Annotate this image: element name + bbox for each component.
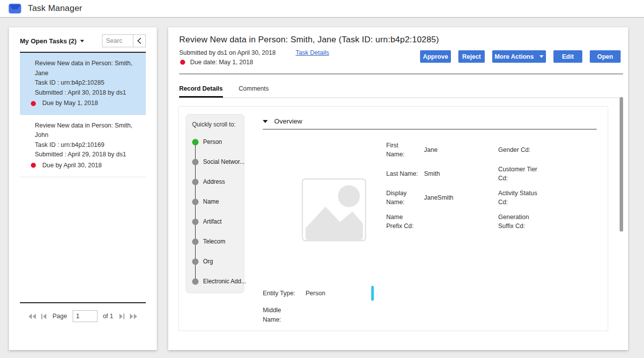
- page-number-input[interactable]: [73, 310, 98, 322]
- quick-scroll-label: Address: [203, 178, 225, 185]
- field-label: First Name:: [386, 141, 418, 159]
- page-label: Page: [52, 313, 67, 320]
- task-title: Review New data in Person: Smith, John: [35, 121, 141, 140]
- detail-tabs: Record Details Comments: [179, 85, 269, 98]
- section-dot-icon: [192, 278, 199, 285]
- task-id: Task ID : urn:b4p2:10285: [35, 78, 141, 88]
- field-label: Last Name:: [386, 169, 418, 178]
- search-input[interactable]: [102, 34, 133, 47]
- quick-scroll-label: Artifact: [203, 218, 221, 225]
- page-total-label: of 1: [103, 313, 113, 320]
- triangle-down-icon: [263, 120, 268, 123]
- task-submitted: Submitted : April 30, 2018 by ds1: [35, 88, 141, 98]
- task-id: Task ID : urn:b4p2:10169: [35, 140, 141, 150]
- quick-scroll-title: Quickly scroll to:: [192, 121, 241, 128]
- field-value: Jane: [424, 146, 482, 153]
- more-actions-label: More Actions: [495, 53, 534, 60]
- chevron-left-icon: [137, 37, 142, 44]
- record-details-card: Quickly scroll to: Person Social Networ.…: [178, 106, 608, 331]
- section-dot-icon: [192, 239, 199, 245]
- quick-scroll-item-telecom[interactable]: Telecom: [192, 232, 241, 251]
- section-dot-icon: [192, 219, 199, 225]
- chevron-down-icon: [539, 55, 543, 58]
- active-section-dot-icon: [192, 139, 199, 145]
- task-manager-page: Task Manager My Open Tasks (2) Review Ne…: [0, 0, 644, 358]
- inbox-icon: [8, 3, 21, 14]
- section-dot-icon: [192, 179, 199, 185]
- section-dot-icon: [192, 159, 199, 165]
- due-dot-icon: [31, 101, 36, 106]
- overview-fields: First Name: Jane Gender Cd: Last Name: S…: [386, 138, 573, 234]
- field-label: Name Prefix Cd:: [386, 213, 418, 231]
- forward-page-icon[interactable]: [129, 313, 138, 320]
- quick-scroll-label: Person: [203, 138, 222, 145]
- task-list: Review New data in Person: Smith, Jane T…: [20, 53, 146, 177]
- task-item-selected[interactable]: Review New data in Person: Smith, Jane T…: [20, 53, 146, 115]
- vertical-scrollbar-thumb[interactable]: [620, 97, 623, 232]
- field-label: Generation Suffix Cd:: [498, 213, 538, 231]
- task-filter-label: My Open Tasks (2): [20, 37, 77, 45]
- tab-comments[interactable]: Comments: [239, 85, 269, 98]
- quick-scroll-item-electronic-address[interactable]: Electronic Add...: [192, 271, 241, 291]
- chevron-down-icon: [80, 40, 84, 42]
- tab-record-details[interactable]: Record Details: [179, 85, 223, 98]
- task-due: Due by April 30, 2018: [42, 161, 102, 171]
- quick-scroll-label: Electronic Add...: [203, 278, 246, 285]
- field-value: Person: [306, 290, 325, 297]
- quick-scroll-panel: Quickly scroll to: Person Social Networ.…: [186, 114, 244, 293]
- quick-scroll-label: Name: [203, 198, 219, 205]
- task-submitted: Submitted : April 29, 2018 by ds1: [35, 150, 141, 160]
- pagination: Page of 1: [20, 302, 146, 322]
- due-dot-icon: [31, 163, 36, 168]
- quick-scroll-label: Social Networ...: [203, 158, 244, 165]
- task-title: Review New data in Person: Smith, Jane: [35, 59, 141, 78]
- task-detail-panel: Review New data in Person: Smith, Jane (…: [168, 27, 628, 350]
- field-label: Entity Type:: [263, 290, 306, 297]
- quick-scroll-item-artifact[interactable]: Artifact: [192, 212, 241, 232]
- first-page-icon[interactable]: [41, 313, 47, 320]
- task-item[interactable]: Review New data in Person: Smith, John T…: [20, 115, 146, 178]
- field-label: Customer Tier Cd:: [498, 165, 538, 183]
- task-details-link[interactable]: Task Details: [296, 49, 329, 56]
- photo-placeholder-icon: [302, 178, 366, 243]
- reject-button[interactable]: Reject: [458, 50, 485, 63]
- more-actions-button[interactable]: More Actions: [492, 50, 546, 63]
- rewind-page-icon[interactable]: [28, 313, 36, 320]
- header-divider: [179, 74, 623, 74]
- quick-scroll-item-person[interactable]: Person: [192, 132, 241, 152]
- task-list-panel: My Open Tasks (2) Review New data in Per…: [9, 27, 157, 350]
- field-label: Display Name:: [386, 189, 418, 207]
- collapse-panel-button[interactable]: [133, 34, 146, 47]
- entity-type-row: Entity Type: Person: [263, 290, 325, 297]
- quick-scroll-label: Telecom: [203, 238, 225, 245]
- overview-divider: [263, 129, 597, 129]
- overview-section-toggle[interactable]: Overview: [263, 118, 302, 125]
- last-page-icon[interactable]: [119, 313, 125, 320]
- edit-button[interactable]: Edit: [553, 50, 582, 63]
- due-date-text: Due date: May 1, 2018: [190, 59, 253, 66]
- task-due: Due by May 1, 2018: [42, 99, 98, 109]
- quick-scroll-label: Org: [203, 258, 213, 265]
- quick-scroll-item-social-network[interactable]: Social Networ...: [192, 152, 241, 172]
- quick-scroll-item-name[interactable]: Name: [192, 192, 241, 212]
- action-buttons: Approve Reject More Actions Edit Open: [420, 50, 621, 63]
- changed-field-bar-icon: [371, 286, 374, 301]
- task-detail-title: Review New data in Person: Smith, Jane (…: [179, 35, 439, 45]
- task-filter-dropdown[interactable]: My Open Tasks (2): [20, 37, 84, 45]
- section-dot-icon: [192, 199, 199, 205]
- field-value: Smith: [424, 170, 482, 177]
- field-label: Middle Name:: [263, 306, 289, 325]
- open-button[interactable]: Open: [590, 50, 621, 63]
- approve-button[interactable]: Approve: [420, 50, 451, 63]
- field-value: JaneSmith: [424, 194, 482, 201]
- app-header: Task Manager: [0, 0, 644, 18]
- quick-scroll-item-org[interactable]: Org: [192, 251, 241, 271]
- app-title: Task Manager: [28, 3, 82, 13]
- tabs-divider: [178, 98, 623, 98]
- section-dot-icon: [192, 258, 199, 265]
- submitted-by-text: Submitted by ds1 on April 30, 2018: [179, 49, 276, 56]
- field-label: Gender Cd:: [498, 145, 538, 154]
- due-dot-icon: [180, 60, 185, 65]
- quick-scroll-item-address[interactable]: Address: [192, 172, 241, 192]
- field-label: Activity Status Cd:: [498, 189, 538, 207]
